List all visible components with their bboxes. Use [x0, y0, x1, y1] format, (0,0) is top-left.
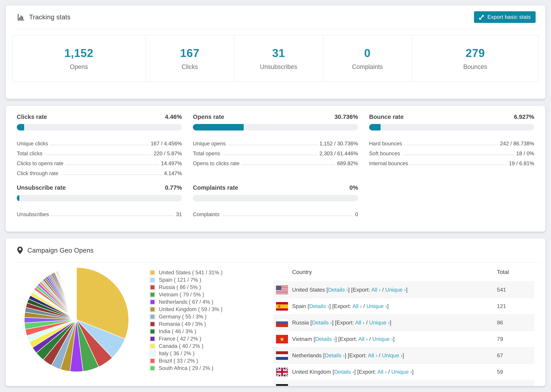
- rate-block-unsubscribe-rate: Unsubscribe rate0.77%Unsubscribes31: [17, 184, 182, 217]
- rate-stat-label: Unsubscribes: [17, 212, 49, 217]
- rate-value: 6.927%: [514, 113, 534, 120]
- dotted-leader: [228, 145, 317, 145]
- dotted-leader: [403, 155, 514, 155]
- geo-table-header: Country Total: [273, 263, 534, 281]
- nl-flag-icon: [276, 351, 288, 360]
- country-cell: United States [Details ›] [Export: All ›…: [292, 287, 407, 293]
- rate-stat-row: Complaints0: [193, 207, 358, 217]
- export-button-label: Export basic stats: [487, 14, 531, 20]
- stat-cell-complaints: 0Complaints: [323, 35, 412, 82]
- export-all-link[interactable]: All ›: [352, 303, 362, 309]
- legend-item: Spain ( 121 / 7% ): [150, 276, 254, 284]
- legend-swatch: [150, 322, 155, 327]
- vn-flag-icon: ★: [276, 335, 288, 343]
- total-cell: 55: [497, 385, 503, 386]
- export-unique-link[interactable]: Unique ›: [372, 336, 393, 342]
- us-flag-icon: [276, 286, 288, 294]
- details-link[interactable]: Details ›: [325, 352, 345, 358]
- stat-cell-bounces: 279Bounces: [412, 35, 538, 82]
- rate-stat-row: Clicks to opens rate14.497%: [17, 156, 182, 166]
- stat-label: Bounces: [463, 63, 487, 70]
- legend-swatch: [150, 343, 155, 349]
- legend-item: Canada ( 40 / 2% ): [150, 343, 254, 350]
- rate-title-row: Clicks rate4.46%: [17, 113, 182, 120]
- stats-summary-row: 1,152Opens167Clicks31Unsubscribes0Compla…: [12, 35, 539, 82]
- tracking-stats-card: Tracking stats Export basic stats 1,152O…: [6, 5, 545, 99]
- rates-grid: Clicks rate4.46%Unique clicks167 / 4.456…: [6, 106, 545, 217]
- export-unique-link[interactable]: Unique ›: [382, 352, 403, 358]
- legend-item: Netherlands ( 67 / 4% ): [150, 298, 254, 306]
- export-unique-link[interactable]: Unique ›: [369, 320, 390, 326]
- export-all-link[interactable]: All ›: [377, 369, 387, 375]
- export-all-link[interactable]: All ›: [358, 336, 368, 342]
- export-all-link[interactable]: All ›: [361, 385, 370, 386]
- rate-progress-fill: [17, 195, 19, 201]
- legend-item: Germany ( 55 / 3% ): [150, 313, 254, 320]
- rate-stat-label: Total opens: [193, 151, 220, 156]
- geo-table: Country Total United States [Details ›] …: [273, 263, 534, 386]
- export-unique-link[interactable]: Unique ›: [366, 303, 387, 309]
- details-link[interactable]: Details ›: [318, 385, 338, 386]
- details-link[interactable]: Details ›: [328, 287, 348, 293]
- country-column-header: Country: [292, 269, 312, 275]
- geo-header: Campaign Geo Opens: [6, 238, 545, 262]
- rate-block-opens-rate: Opens rate30.736%Unique opens1,152 / 30.…: [193, 113, 358, 176]
- export-basic-stats-button[interactable]: Export basic stats: [474, 11, 536, 23]
- legend-label: United States ( 541 / 31% ): [159, 270, 222, 276]
- rate-stat-label: Hard bounces: [369, 141, 402, 147]
- rate-stat-label: Clicks to opens rate: [17, 161, 63, 166]
- stat-value: 1,152: [64, 47, 93, 60]
- ru-flag-icon: [276, 318, 288, 327]
- stat-label: Opens: [70, 63, 88, 70]
- details-link[interactable]: Details ›: [312, 320, 332, 326]
- rate-stat-value: 2,303 / 61.446%: [319, 151, 358, 156]
- legend-swatch: [150, 351, 155, 356]
- legend-label: Vietnam ( 79 / 5% ): [159, 292, 204, 298]
- export-unique-link[interactable]: Unique ›: [375, 385, 396, 386]
- legend-swatch: [150, 292, 155, 297]
- rate-progress-bar: [17, 195, 182, 201]
- dotted-leader: [61, 175, 162, 175]
- stat-cell-opens: 1,152Opens: [13, 35, 146, 82]
- rate-value: 0.77%: [165, 184, 182, 191]
- total-cell: 121: [497, 303, 506, 309]
- legend-label: Russia ( 86 / 5% ): [159, 284, 201, 290]
- legend-item: India ( 46 / 3% ): [150, 328, 254, 335]
- rate-block-bounce-rate: Bounce rate6.927%Hard bounces242 / 86.73…: [369, 113, 534, 176]
- export-all-link[interactable]: All ›: [371, 287, 381, 293]
- rate-progress-bar: [17, 124, 182, 131]
- total-cell: 59: [497, 369, 503, 375]
- rate-progress-fill: [369, 124, 381, 131]
- tracking-stats-header: Tracking stats Export basic stats: [6, 6, 545, 29]
- export-all-link[interactable]: All ›: [368, 352, 377, 358]
- total-cell: 541: [497, 287, 506, 293]
- country-cell: Vietnam [Details ›] [Export: All › / Uni…: [292, 336, 395, 342]
- rate-stat-value: 4.147%: [164, 171, 182, 176]
- rate-title: Bounce rate: [369, 113, 404, 120]
- legend-label: France ( 42 / 2% ): [159, 336, 201, 342]
- details-link[interactable]: Details ›: [315, 336, 335, 342]
- country-cell: United Kingdom [Details ›] [Export: All …: [292, 369, 414, 375]
- details-link[interactable]: Details ›: [334, 369, 354, 375]
- rate-stat-value: 19 / 6.81%: [509, 161, 534, 166]
- rate-progress-fill: [17, 124, 24, 131]
- dotted-leader: [242, 165, 335, 165]
- legend-label: Netherlands ( 67 / 4% ): [159, 299, 213, 305]
- stat-cell-clicks: 167Clicks: [146, 35, 234, 82]
- rate-stat-row: Opens to clicks rate689.82%: [193, 156, 358, 166]
- rate-title: Opens rate: [193, 113, 224, 120]
- export-unique-link[interactable]: Unique ›: [385, 287, 406, 293]
- geo-table-row-de: Germany [Details ›] [Export: All › / Uni…: [273, 380, 534, 386]
- rate-stat-value: 31: [176, 212, 182, 217]
- dotted-leader: [45, 155, 151, 155]
- export-all-link[interactable]: All ›: [355, 320, 365, 326]
- export-unique-link[interactable]: Unique ›: [391, 369, 412, 375]
- geo-table-row-nl: Netherlands [Details ›] [Export: All › /…: [273, 347, 534, 364]
- dotted-leader: [66, 165, 159, 165]
- details-link[interactable]: Details ›: [309, 303, 329, 309]
- stat-value: 279: [466, 47, 485, 60]
- gb-flag-icon: [276, 368, 288, 376]
- geo-table-row-vn: ★Vietnam [Details ›] [Export: All › / Un…: [273, 331, 534, 347]
- rate-stat-label: Total clicks: [17, 151, 42, 156]
- rate-stat-value: 14.497%: [161, 161, 182, 166]
